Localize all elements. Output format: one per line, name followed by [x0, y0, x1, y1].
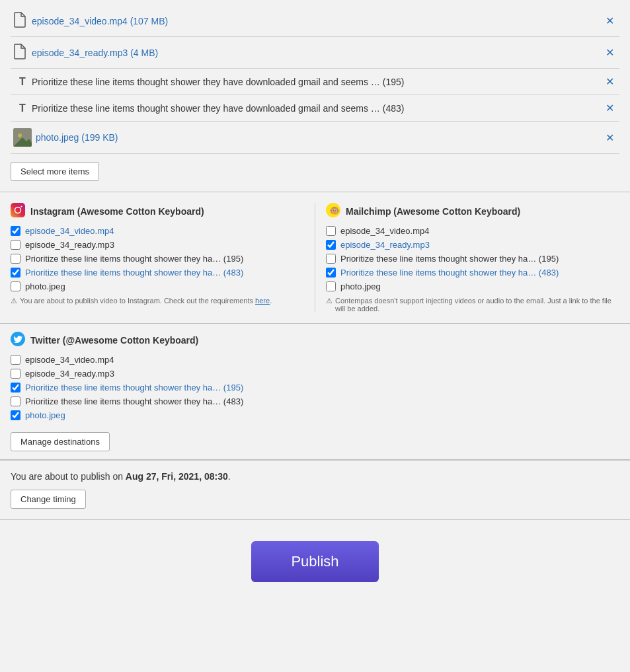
mailchimp-warning-text: Contempas doesn't support injecting vide…	[335, 297, 619, 313]
twitter-item-label[interactable]: episode_34_video.mp4	[25, 355, 114, 365]
mailchimp-item-label[interactable]: episode_34_video.mp4	[340, 226, 429, 236]
instagram-checkbox-3[interactable]	[11, 254, 20, 264]
remove-file-button[interactable]: ✕	[603, 15, 617, 27]
mailchimp-checkbox-1[interactable]	[326, 226, 336, 236]
remove-file-button[interactable]: ✕	[603, 46, 617, 59]
instagram-item: episode_34_video.mp4	[11, 226, 304, 236]
twitter-checkbox-5[interactable]	[11, 410, 20, 420]
doc-icon	[13, 12, 32, 30]
mailchimp-item: episode_34_video.mp4	[326, 226, 619, 236]
twitter-icon	[11, 332, 25, 348]
remove-file-button[interactable]: ✕	[603, 131, 617, 144]
change-timing-button[interactable]: Change timing	[11, 490, 86, 509]
timing-suffix: .	[228, 471, 231, 482]
warning-icon: ⚠	[11, 297, 17, 305]
file-name: Prioritize these line items thought show…	[32, 77, 603, 87]
instagram-item: episode_34_ready.mp3	[11, 240, 304, 250]
files-section: episode_34_video.mp4 (107 MB) ✕ episode_…	[0, 0, 630, 192]
instagram-checkbox-1[interactable]	[11, 226, 20, 236]
instagram-checkbox-2[interactable]	[11, 240, 20, 250]
twitter-item-label[interactable]: Prioritize these line items thought show…	[25, 383, 243, 392]
mailchimp-item: Prioritize these line items thought show…	[326, 254, 619, 264]
instagram-item-label[interactable]: Prioritize these line items thought show…	[25, 254, 243, 264]
instagram-warning-link[interactable]: here	[255, 297, 270, 305]
svg-rect-3	[11, 203, 25, 217]
instagram-item-label[interactable]: episode_34_video.mp4	[25, 226, 114, 236]
instagram-warning: ⚠ You are about to publish video to Inst…	[11, 297, 304, 305]
mailchimp-item-label[interactable]: Prioritize these line items thought show…	[340, 254, 559, 264]
select-more-button[interactable]: Select more items	[11, 162, 99, 181]
instagram-checkbox-4[interactable]	[11, 268, 20, 278]
mailchimp-header: 🐵 Mailchimp (Awesome Cotton Keyboard)	[326, 203, 619, 219]
mailchimp-column: 🐵 Mailchimp (Awesome Cotton Keyboard) ep…	[315, 203, 619, 313]
instagram-item: Prioritize these line items thought show…	[11, 254, 304, 264]
twitter-section: Twitter (@Awesome Cotton Keyboard) episo…	[0, 332, 630, 459]
file-row: T Prioritize these line items thought sh…	[11, 95, 619, 122]
svg-text:🐵: 🐵	[329, 205, 340, 216]
remove-file-button[interactable]: ✕	[603, 102, 617, 114]
twitter-item-label[interactable]: episode_34_ready.mp3	[25, 369, 114, 379]
file-name: episode_34_ready.mp3 (4 MB)	[32, 48, 603, 58]
remove-file-button[interactable]: ✕	[603, 75, 617, 88]
timing-section: You are about to publish on Aug 27, Fri,…	[0, 460, 630, 519]
instagram-item: Prioritize these line items thought show…	[11, 268, 304, 278]
instagram-icon	[11, 203, 25, 219]
instagram-warning-text: You are about to publish video to Instag…	[20, 297, 253, 305]
instagram-item: photo.jpeg	[11, 281, 304, 291]
mailchimp-item-label[interactable]: Prioritize these line items thought show…	[340, 268, 559, 278]
mailchimp-checkbox-5[interactable]	[326, 281, 336, 291]
file-row: episode_34_ready.mp3 (4 MB) ✕	[11, 37, 619, 69]
text-icon: T	[13, 76, 32, 88]
twitter-checkbox-4[interactable]	[11, 396, 20, 406]
destinations-section: Instagram (Awesome Cotton Keyboard) epis…	[0, 192, 630, 323]
svg-point-5	[21, 206, 22, 207]
file-row: episode_34_video.mp4 (107 MB) ✕	[11, 5, 619, 37]
timing-datetime: Aug 27, Fri, 2021, 08:30	[126, 471, 228, 482]
twitter-title: Twitter (@Awesome Cotton Keyboard)	[30, 335, 198, 346]
doc-icon	[13, 44, 32, 61]
instagram-title: Instagram (Awesome Cotton Keyboard)	[30, 206, 204, 217]
twitter-item: episode_34_ready.mp3	[11, 369, 619, 379]
mailchimp-title: Mailchimp (Awesome Cotton Keyboard)	[346, 206, 520, 217]
file-row: T Prioritize these line items thought sh…	[11, 69, 619, 95]
timing-description: You are about to publish on Aug 27, Fri,…	[11, 471, 619, 482]
text-icon: T	[13, 102, 32, 114]
mailchimp-checkbox-2[interactable]	[326, 240, 336, 250]
twitter-item: episode_34_video.mp4	[11, 355, 619, 365]
twitter-item: photo.jpeg	[11, 410, 619, 420]
twitter-item-label[interactable]: photo.jpeg	[25, 410, 65, 420]
twitter-checkbox-1[interactable]	[11, 355, 20, 365]
publish-button[interactable]: Publish	[251, 541, 378, 582]
twitter-item: Prioritize these line items thought show…	[11, 396, 619, 406]
mailchimp-icon: 🐵	[326, 203, 340, 219]
twitter-item-label[interactable]: Prioritize these line items thought show…	[25, 396, 243, 406]
warning-icon: ⚠	[326, 297, 333, 305]
file-name: photo.jpeg (199 KB)	[36, 132, 603, 143]
instagram-item-label[interactable]: Prioritize these line items thought show…	[25, 268, 243, 278]
mailchimp-item: episode_34_ready.mp3	[326, 240, 619, 250]
twitter-checkbox-2[interactable]	[11, 369, 20, 379]
photo-thumbnail	[13, 128, 32, 147]
mailchimp-warning: ⚠ Contempas doesn't support injecting vi…	[326, 297, 619, 313]
twitter-header: Twitter (@Awesome Cotton Keyboard)	[11, 332, 619, 348]
instagram-header: Instagram (Awesome Cotton Keyboard)	[11, 203, 304, 219]
mailchimp-item: photo.jpeg	[326, 281, 619, 291]
mailchimp-checkbox-3[interactable]	[326, 254, 336, 264]
mailchimp-item: Prioritize these line items thought show…	[326, 268, 619, 278]
twitter-checkbox-3[interactable]	[11, 383, 20, 392]
timing-prefix: You are about to publish on	[11, 471, 123, 482]
instagram-checkbox-5[interactable]	[11, 281, 20, 291]
mailchimp-item-label[interactable]: episode_34_ready.mp3	[340, 240, 430, 250]
instagram-item-label[interactable]: episode_34_ready.mp3	[25, 240, 114, 250]
file-row: photo.jpeg (199 KB) ✕	[11, 122, 619, 154]
instagram-item-label[interactable]: photo.jpeg	[25, 281, 65, 291]
publish-section: Publish	[0, 520, 630, 614]
instagram-column: Instagram (Awesome Cotton Keyboard) epis…	[11, 203, 315, 313]
mailchimp-checkbox-4[interactable]	[326, 268, 336, 278]
file-name: episode_34_video.mp4 (107 MB)	[32, 16, 603, 26]
svg-point-1	[18, 133, 22, 137]
manage-destinations-button[interactable]: Manage destinations	[11, 432, 110, 451]
twitter-item: Prioritize these line items thought show…	[11, 383, 619, 392]
mailchimp-item-label[interactable]: photo.jpeg	[340, 281, 381, 291]
section-divider	[0, 323, 630, 324]
